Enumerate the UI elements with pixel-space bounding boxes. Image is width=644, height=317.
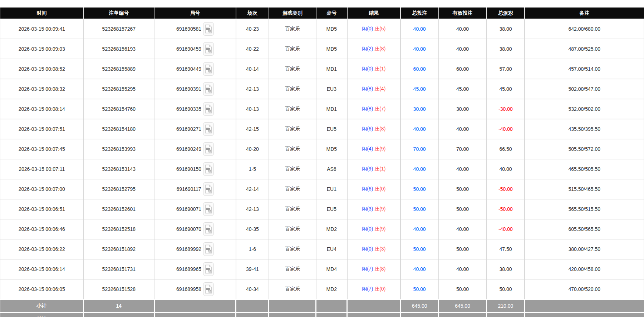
- total-bet-link[interactable]: 50.00: [413, 206, 426, 212]
- player-result: 闲(8): [362, 86, 373, 91]
- session-cell: 40-14: [236, 59, 269, 79]
- replay-video-button[interactable]: [203, 82, 214, 96]
- summary-total-bet: 645.00: [400, 299, 439, 313]
- result-cell: 闲(6) 庄(0): [347, 179, 400, 199]
- remark-cell: 565.50/515.50: [525, 199, 644, 219]
- time-cell: 2026-03-15 00:08:52: [0, 59, 84, 79]
- replay-video-button[interactable]: [203, 62, 214, 76]
- total-bet-link[interactable]: 50.00: [413, 246, 426, 252]
- valid-bet-cell: 45.00: [439, 79, 487, 99]
- total-bet-link[interactable]: 30.00: [413, 106, 426, 112]
- session-cell: 42-14: [236, 179, 269, 199]
- total-bet-link[interactable]: 40.00: [413, 46, 426, 52]
- total-bet-link[interactable]: 40.00: [413, 126, 426, 132]
- result-cell: 闲(0) 庄(5): [347, 19, 400, 39]
- replay-video-button[interactable]: [203, 102, 214, 116]
- total-bet-cell: 40.00: [400, 119, 439, 139]
- banker-result: 庄(1): [374, 66, 385, 71]
- total-payout-cell: 57.00: [487, 59, 525, 79]
- player-result: 闲(0): [362, 226, 373, 232]
- replay-video-button[interactable]: [203, 182, 214, 196]
- summary-empty-remark: [525, 299, 644, 313]
- summary-count: 14: [83, 313, 154, 317]
- round-no-cell: 691690071: [154, 199, 236, 219]
- total-bet-link[interactable]: 40.00: [413, 226, 426, 232]
- time-cell: 2026-03-15 00:07:51: [0, 119, 84, 139]
- banker-result: 庄(3): [374, 246, 385, 252]
- game-type-cell: 百家乐: [269, 239, 316, 259]
- remark-cell: 380.00/427.50: [525, 239, 644, 259]
- table-no-cell: AS6: [316, 159, 347, 179]
- remark-cell: 465.50/505.50: [525, 159, 644, 179]
- bet-no-cell: 523268154760: [83, 99, 154, 119]
- total-bet-link[interactable]: 60.00: [413, 66, 426, 72]
- time-cell: 2026-03-15 00:09:41: [0, 19, 84, 39]
- total-bet-link[interactable]: 50.00: [413, 186, 426, 192]
- replay-video-button[interactable]: [203, 222, 214, 236]
- game-type-cell: 百家乐: [269, 119, 316, 139]
- table-row: 2026-03-15 00:08:32 523268155295 6916903…: [0, 79, 644, 99]
- table-no-cell: MD1: [316, 59, 347, 79]
- session-cell: 40-20: [236, 139, 269, 159]
- table-row: 2026-03-15 00:08:52 523268155889 6916904…: [0, 59, 644, 79]
- video-file-icon: [205, 64, 212, 74]
- round-no-value: 691690335: [176, 106, 201, 112]
- bet-no-cell: 523268151892: [83, 239, 154, 259]
- replay-video-button[interactable]: [203, 122, 214, 136]
- total-bet-cell: 45.00: [400, 79, 439, 99]
- replay-video-button[interactable]: [203, 42, 214, 56]
- valid-bet-cell: 50.00: [439, 279, 487, 299]
- video-file-icon: [205, 124, 212, 134]
- player-result: 闲(9): [362, 166, 373, 172]
- remark-cell: 642.00/680.00: [525, 19, 644, 39]
- replay-video-button[interactable]: [203, 262, 214, 276]
- replay-video-button[interactable]: [203, 22, 214, 36]
- game-type-cell: 百家乐: [269, 19, 316, 39]
- replay-video-button[interactable]: [203, 242, 214, 256]
- result-cell: 闲(8) 庄(7): [347, 99, 400, 119]
- remark-cell: 420.00/458.00: [525, 259, 644, 279]
- remark-cell: 457.00/514.00: [525, 59, 644, 79]
- total-bet-link[interactable]: 70.00: [413, 146, 426, 152]
- summary-empty-round: [154, 299, 236, 313]
- total-bet-link[interactable]: 50.00: [413, 286, 426, 292]
- player-result: 闲(4): [362, 146, 373, 152]
- table-row: 2026-03-15 00:06:22 523268151892 6916899…: [0, 239, 644, 259]
- round-no-value: 691690581: [176, 26, 201, 32]
- round-no-cell: 691689992: [154, 239, 236, 259]
- summary-empty-result: [347, 299, 400, 313]
- round-no-cell: 691690070: [154, 219, 236, 239]
- round-no-value: 691689965: [176, 266, 201, 272]
- summary-total-bet: 645.00: [400, 313, 439, 317]
- replay-video-button[interactable]: [203, 162, 214, 176]
- bet-no-cell: 523268155889: [83, 59, 154, 79]
- valid-bet-cell: 60.00: [439, 59, 487, 79]
- summary-valid-bet: 645.00: [439, 313, 487, 317]
- table-no-cell: MD1: [316, 99, 347, 119]
- remark-cell: 505.50/572.00: [525, 139, 644, 159]
- game-type-cell: 百家乐: [269, 279, 316, 299]
- replay-video-button[interactable]: [203, 142, 214, 156]
- summary-empty-round: [154, 313, 236, 317]
- total-bet-link[interactable]: 40.00: [413, 266, 426, 272]
- total-payout-cell: -40.00: [487, 119, 525, 139]
- result-cell: 闲(0) 庄(3): [347, 239, 400, 259]
- replay-video-button[interactable]: [203, 202, 214, 216]
- total-bet-link[interactable]: 45.00: [413, 86, 426, 92]
- column-header-total-payout: 总派彩: [487, 8, 525, 19]
- total-bet-cell: 50.00: [400, 239, 439, 259]
- player-result: 闲(2): [362, 46, 373, 51]
- total-bet-cell: 40.00: [400, 259, 439, 279]
- valid-bet-cell: 50.00: [439, 179, 487, 199]
- table-header: 时间 注单编号 局号 场次 游戏类别 桌号 结果 总投注 有效投注 总派彩 备注: [0, 8, 644, 19]
- remark-cell: 470.00/520.00: [525, 279, 644, 299]
- round-no-cell: 691690117: [154, 179, 236, 199]
- video-file-icon: [205, 264, 212, 274]
- total-bet-link[interactable]: 40.00: [413, 166, 426, 172]
- round-no-cell: 691690150: [154, 159, 236, 179]
- total-bet-link[interactable]: 40.00: [413, 26, 426, 32]
- replay-video-button[interactable]: [203, 282, 214, 296]
- game-type-cell: 百家乐: [269, 179, 316, 199]
- player-result: 闲(3): [362, 206, 373, 212]
- column-header-valid-bet: 有效投注: [439, 8, 487, 19]
